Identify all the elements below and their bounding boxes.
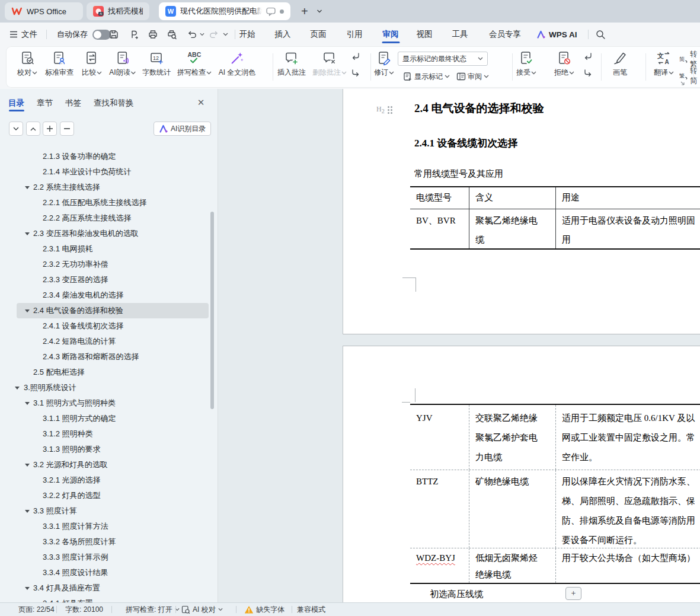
file-menu[interactable]: 文件 <box>9 23 37 46</box>
spell-check-status[interactable]: 拼写检查: 打开 <box>126 603 180 616</box>
wps-ai-button[interactable]: WPS AI <box>536 23 577 46</box>
tab-document-active[interactable]: W现代化医院照明供配电防雷及 <box>159 2 290 20</box>
sidebar-scrollbar[interactable] <box>210 212 214 409</box>
expand-triangle-icon[interactable] <box>15 387 20 390</box>
previous-change-icon[interactable] <box>583 52 593 61</box>
menu-tab-工具[interactable]: 工具 <box>452 23 468 46</box>
collapse-level-button[interactable] <box>60 122 74 136</box>
toc-item[interactable]: 2.4.1 设备线缆初次选择 <box>0 318 210 334</box>
expand-triangle-icon[interactable] <box>25 464 30 467</box>
menu-tab-页面[interactable]: 页面 <box>311 23 327 46</box>
new-tab-button[interactable]: + <box>301 5 308 17</box>
sidebar-tab-章节[interactable]: 章节 <box>37 95 53 111</box>
toc-item[interactable]: 3.3.4 照度设计结果 <box>0 565 210 580</box>
toc-item[interactable]: 3.3 照度计算 <box>0 503 210 519</box>
sidebar-tab-目录[interactable]: 目录 <box>8 95 24 111</box>
convert-to-traditional-button[interactable]: 简转繁 <box>679 53 700 65</box>
toc-item[interactable]: 3.1.3 照明的要求 <box>0 442 210 457</box>
autosave-control[interactable]: 自动保存 <box>57 23 111 46</box>
expand-triangle-icon[interactable] <box>25 309 30 312</box>
ribbon-button-标准审查[interactable]: 标准审查 <box>45 50 73 78</box>
toc-item[interactable]: 2.4.3 断路器和熔断器的选择 <box>0 349 210 365</box>
collapse-all-button[interactable] <box>9 122 23 136</box>
more-actions-chevron-icon[interactable] <box>223 33 228 36</box>
page-indicator[interactable]: 页面: 22/54 <box>18 603 55 616</box>
ribbon-button-接受[interactable]: 接受 <box>516 50 536 78</box>
expand-all-button[interactable] <box>43 122 57 136</box>
toc-item[interactable]: 2.5 配电柜选择 <box>0 365 210 380</box>
menu-tab-引用[interactable]: 引用 <box>347 23 363 46</box>
toc-item[interactable]: 3.1.2 照明种类 <box>0 426 210 442</box>
menu-tab-视图[interactable]: 视图 <box>417 23 433 46</box>
ribbon-button-AI 全文润色[interactable]: AI 全文润色 <box>219 50 256 78</box>
toc-item[interactable]: 2.4 电气设备的选择和校验 <box>0 303 210 318</box>
toc-item[interactable]: 3.照明系统设计 <box>0 380 210 395</box>
toc-item[interactable]: 2.2.2 高压系统主接线选择 <box>0 210 210 226</box>
tab-wps-office[interactable]: WPS Office <box>5 2 83 20</box>
next-comment-icon[interactable] <box>351 68 360 78</box>
markup-state-dropdown[interactable]: 显示标记的最终状态 <box>398 52 488 66</box>
toc-item[interactable]: 2.3.3 变压器的选择 <box>0 272 210 288</box>
toc-item[interactable]: 2.2 系统主接线选择 <box>0 180 210 195</box>
toc-item[interactable]: 2.1.4 毕业设计中负荷统计 <box>0 164 210 180</box>
export-icon[interactable] <box>129 29 139 40</box>
undo-chevron-icon[interactable] <box>200 33 204 36</box>
toc-item[interactable]: 3.2.2 灯具的选型 <box>0 488 210 503</box>
toc-item[interactable]: 3.3.2 各场所照度计算 <box>0 534 210 550</box>
toc-item[interactable]: 2.3 变压器和柴油发电机的选取 <box>0 226 210 241</box>
ribbon-button-插入批注[interactable]: 插入批注 <box>277 50 306 78</box>
toc-item[interactable]: 2.3.2 无功功率补偿 <box>0 257 210 272</box>
ribbon-button-比较[interactable]: 比较 <box>82 50 102 78</box>
toc-item[interactable]: 3.1 照明方式与照明种类 <box>0 395 210 411</box>
expand-triangle-icon[interactable] <box>25 510 30 513</box>
ribbon-button-翻译[interactable]: 文A翻译 <box>654 50 674 78</box>
toc-item[interactable]: 2.2.1 低压配电系统主接线选择 <box>0 195 210 210</box>
word-count[interactable]: 字数: 20100 <box>65 603 103 616</box>
toc-item[interactable]: 3.3.3 照度计算示例 <box>0 550 210 565</box>
toc-item[interactable]: 3.4 灯具及插座布置 <box>0 580 210 596</box>
print-icon[interactable] <box>148 29 158 40</box>
ribbon-button-删除批注[interactable]: 删除批注 <box>312 50 347 78</box>
review-pane-button[interactable]: 审阅 <box>456 70 489 83</box>
expand-triangle-icon[interactable] <box>25 232 30 235</box>
save-icon[interactable] <box>108 29 119 40</box>
expand-triangle-icon[interactable] <box>25 186 30 189</box>
document-page-1[interactable]: H22.4 电气设备的选择和校验2.4.1 设备线缆初次选择常用线缆型号及其应用… <box>343 89 700 334</box>
search-icon[interactable] <box>595 29 606 40</box>
toc-item[interactable]: 3.2.1 光源的选择 <box>0 473 210 488</box>
drag-handle-icon[interactable] <box>388 106 392 114</box>
ribbon-button-画笔[interactable]: 画笔 <box>612 50 628 78</box>
group-expand-icon[interactable] <box>679 80 685 85</box>
preview-icon[interactable] <box>167 29 177 40</box>
missing-font-warning[interactable]: 缺失字体 <box>244 603 285 616</box>
expand-up-button[interactable] <box>26 122 40 136</box>
menu-tab-审阅[interactable]: 审阅 <box>383 23 399 46</box>
menu-tab-会员专享[interactable]: 会员专享 <box>489 23 521 46</box>
tab-list-chevron-icon[interactable] <box>317 9 322 13</box>
ai-proof-status[interactable]: AI 校对 <box>181 603 223 616</box>
ribbon-button-AI朗读[interactable]: AI朗读 <box>109 50 136 78</box>
menu-tab-插入[interactable]: 插入 <box>275 23 291 46</box>
ribbon-button-拒绝[interactable]: 拒绝 <box>554 50 574 78</box>
toc-item[interactable]: 2.4.2 短路电流的计算 <box>0 334 210 349</box>
redo-icon[interactable] <box>209 29 219 40</box>
ribbon-button-校对[interactable]: 校对 <box>17 50 37 78</box>
document-page-2[interactable]: YJV交联聚乙烯绝缘聚氯乙烯护套电力电缆适用于工频额定电压 0.6/1KV 及以… <box>343 346 700 602</box>
sidebar-tab-书签[interactable]: 书签 <box>65 95 81 111</box>
sidebar-tab-查找和替换[interactable]: 查找和替换 <box>94 95 134 111</box>
show-markup-button[interactable]: 显示标记 <box>403 70 450 83</box>
compat-mode[interactable]: 兼容模式 <box>297 603 325 616</box>
menu-tab-开始[interactable]: 开始 <box>239 23 255 46</box>
toc-item[interactable]: 2.3.4 柴油发电机的选择 <box>0 288 210 303</box>
toc-item[interactable]: 3.1.1 照明方式的确定 <box>0 411 210 426</box>
ai-recognize-toc-button[interactable]: AI识别目录 <box>154 122 211 136</box>
next-change-icon[interactable] <box>583 68 593 78</box>
expand-triangle-icon[interactable] <box>25 587 30 590</box>
chat-bubble-icon[interactable] <box>266 7 276 16</box>
tab-docer-templates[interactable]: AI找稻壳模板 <box>87 2 149 20</box>
add-row-button[interactable]: + <box>565 587 581 600</box>
undo-icon[interactable] <box>187 29 197 40</box>
toc-item[interactable]: 2.1.3 设备功率的确定 <box>0 149 210 164</box>
ribbon-button-拼写检查[interactable]: ABC拼写检查 <box>177 50 212 78</box>
expand-triangle-icon[interactable] <box>25 402 30 405</box>
